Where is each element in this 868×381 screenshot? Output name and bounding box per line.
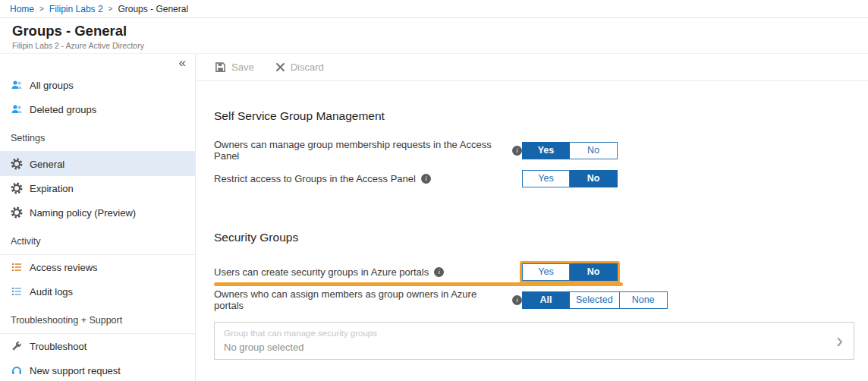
sidebar-item-label: Access reviews <box>30 262 98 273</box>
toggle-option-yes[interactable]: Yes <box>522 142 570 159</box>
people-icon <box>11 103 23 115</box>
blade-header: Groups - General Filipin Labs 2 - Azure … <box>0 18 868 54</box>
save-button[interactable]: Save <box>215 61 254 73</box>
sidebar-item-new-support-request[interactable]: New support request <box>0 358 195 381</box>
sidebar-item-label: Naming policy (Preview) <box>30 207 136 219</box>
sidebar: « All groups Deleted groups Settings Gen… <box>0 54 196 381</box>
breadcrumb-separator: > <box>39 5 44 13</box>
toggle-option-no[interactable]: No <box>570 263 618 281</box>
sidebar-item-naming-policy[interactable]: Naming policy (Preview) <box>0 200 195 225</box>
section-title-self-service: Self Service Group Management <box>214 109 854 123</box>
sidebar-item-label: Audit logs <box>30 286 73 298</box>
sidebar-section-settings: Settings <box>0 131 195 152</box>
toggle-owners-manage-access-panel: Yes No <box>522 142 618 159</box>
toggle-option-none[interactable]: None <box>620 291 668 309</box>
setting-row: Owners can manage group membership reque… <box>214 141 854 159</box>
gear-icon <box>11 158 23 170</box>
sidebar-section-activity: Activity <box>0 235 195 255</box>
sidebar-item-label: Expiration <box>30 183 74 194</box>
list-icon <box>11 285 23 298</box>
setting-label: Users can create security groups in Azur… <box>214 266 429 278</box>
sidebar-item-deleted-groups[interactable]: Deleted groups <box>0 97 195 121</box>
toggle-option-yes[interactable]: Yes <box>522 170 570 187</box>
toggle-option-selected[interactable]: Selected <box>570 291 620 309</box>
sidebar-item-troubleshoot[interactable]: Troubleshoot <box>0 334 195 358</box>
save-icon <box>215 61 226 73</box>
info-icon[interactable]: i <box>512 146 522 156</box>
toggle-restrict-access-panel: Yes No <box>522 170 618 187</box>
toolbar: Save Discard <box>196 54 868 81</box>
group-picker-value: No group selected <box>224 341 823 354</box>
toggle-owners-assign-group-owners: All Selected None <box>522 291 668 309</box>
page-title: Groups - General <box>12 22 868 40</box>
toggle-users-create-security-groups: Yes No <box>522 263 618 281</box>
setting-label: Restrict access to Groups in the Access … <box>214 173 416 184</box>
discard-button-label: Discard <box>291 61 324 73</box>
wrench-icon <box>11 340 23 352</box>
sidebar-item-all-groups[interactable]: All groups <box>0 73 195 97</box>
toggle-option-all[interactable]: All <box>522 291 570 309</box>
setting-row: Users can create security groups in Azur… <box>214 263 854 281</box>
group-picker[interactable]: Group that can manage security groups No… <box>214 322 854 360</box>
breadcrumb: Home > Filipin Labs 2 > Groups - General <box>0 0 868 18</box>
toggle-option-yes[interactable]: Yes <box>522 263 570 281</box>
toggle-option-no[interactable]: No <box>570 170 618 187</box>
sidebar-item-expiration[interactable]: Expiration <box>0 176 195 200</box>
highlight-underline <box>214 282 623 286</box>
sidebar-item-label: All groups <box>30 80 74 91</box>
group-picker-label: Group that can manage security groups <box>224 328 823 338</box>
sidebar-item-label: New support request <box>30 365 121 376</box>
breadcrumb-filipin-labs-2[interactable]: Filipin Labs 2 <box>49 4 103 14</box>
info-icon[interactable]: i <box>434 267 444 277</box>
setting-label: Owners who can assign members as group o… <box>214 288 507 311</box>
info-icon[interactable]: i <box>421 174 431 184</box>
sidebar-item-label: Deleted groups <box>30 104 96 115</box>
setting-row: Owners who can assign members as group o… <box>214 291 854 309</box>
sidebar-item-access-reviews[interactable]: Access reviews <box>0 255 195 279</box>
discard-button[interactable]: Discard <box>275 61 324 73</box>
sidebar-section-troubleshooting-support: Troubleshooting + Support <box>0 313 195 334</box>
support-icon <box>11 364 23 376</box>
toggle-option-no[interactable]: No <box>570 142 618 159</box>
sidebar-item-audit-logs[interactable]: Audit logs <box>0 279 195 304</box>
setting-row: Restrict access to Groups in the Access … <box>214 169 854 187</box>
gear-icon <box>11 182 23 194</box>
collapse-sidebar-button[interactable]: « <box>179 55 186 71</box>
section-title-security-groups: Security Groups <box>214 230 854 244</box>
chevron-right-icon: › <box>836 331 843 351</box>
close-icon <box>275 62 285 72</box>
sidebar-item-label: General <box>30 159 64 170</box>
breadcrumb-home[interactable]: Home <box>10 4 34 14</box>
save-button-label: Save <box>231 61 254 73</box>
breadcrumb-separator: > <box>108 5 113 13</box>
breadcrumb-current: Groups - General <box>118 4 188 14</box>
page-subtitle: Filipin Labs 2 - Azure Active Directory <box>12 41 868 50</box>
setting-label: Owners can manage group membership reque… <box>214 139 507 162</box>
sidebar-item-label: Troubleshoot <box>30 341 86 352</box>
people-icon <box>11 79 23 91</box>
info-icon[interactable]: i <box>512 295 522 305</box>
list-icon <box>11 261 23 273</box>
sidebar-item-general[interactable]: General <box>0 152 195 176</box>
gear-icon <box>11 206 23 219</box>
